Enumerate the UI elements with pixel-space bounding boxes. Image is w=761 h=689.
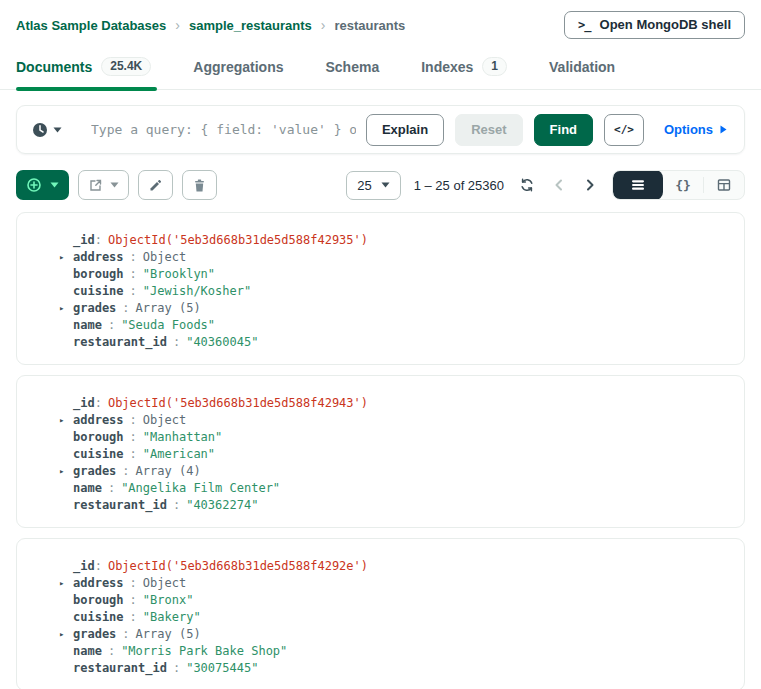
field-value: "Bakery": [143, 610, 201, 624]
delete-documents-button[interactable]: [182, 170, 217, 200]
document-field-row: ▸ grades : Array (5): [59, 299, 728, 316]
field-key: restaurant_id: [73, 661, 167, 675]
field-colon: :: [95, 396, 102, 410]
explain-button[interactable]: Explain: [366, 114, 444, 146]
page-size-select[interactable]: 25: [346, 171, 400, 200]
field-colon: :: [130, 413, 137, 427]
document-field-row: borough : "Bronx": [59, 591, 728, 608]
expand-arrow-icon[interactable]: ▸: [59, 466, 73, 476]
top-bar: Atlas Sample Databases › sample_restaura…: [0, 0, 761, 40]
document-field-row: ▸ address : Object: [59, 574, 728, 591]
query-history-dropdown[interactable]: [32, 122, 62, 138]
field-colon: :: [173, 661, 180, 675]
expand-arrow-icon[interactable]: ▸: [59, 629, 73, 639]
expand-arrow-icon[interactable]: ▸: [59, 415, 73, 425]
tab-validation[interactable]: Validation: [549, 48, 615, 89]
expand-arrow-icon[interactable]: ▸: [59, 303, 73, 313]
field-value: Array (5): [136, 627, 201, 641]
shell-button-label: Open MongoDB shell: [600, 17, 731, 32]
pagination-range: 1 – 25 of 25360: [414, 178, 504, 193]
document-card[interactable]: _id : ObjectId('5eb3d668b31de5d588f42935…: [16, 212, 745, 365]
caret-down-icon: [53, 127, 62, 133]
breadcrumb-database-group[interactable]: Atlas Sample Databases: [16, 18, 166, 33]
query-actions: Explain Reset Find </> Options: [366, 114, 733, 146]
table-view-button[interactable]: [704, 170, 744, 200]
trash-icon: [192, 178, 207, 193]
field-key: grades: [73, 301, 116, 315]
tab-aggregations[interactable]: Aggregations: [193, 48, 283, 89]
caret-right-icon: [720, 125, 727, 134]
code-view-toggle-button[interactable]: </>: [604, 114, 644, 146]
document-field-row: _id : ObjectId('5eb3d668b31de5d588f42935…: [59, 231, 728, 248]
document-field-row: cuisine : "Bakery": [59, 608, 728, 625]
field-value: "40360045": [186, 335, 258, 349]
field-key: name: [73, 481, 102, 495]
document-field-row: cuisine : "American": [59, 445, 728, 462]
field-value: "Seuda Foods": [121, 318, 215, 332]
field-colon: :: [95, 559, 102, 573]
breadcrumb: Atlas Sample Databases › sample_restaura…: [16, 17, 405, 33]
field-colon: :: [173, 498, 180, 512]
field-colon: :: [130, 284, 137, 298]
field-key: cuisine: [73, 610, 124, 624]
find-button[interactable]: Find: [534, 114, 593, 146]
add-data-button[interactable]: [16, 170, 69, 200]
caret-down-icon: [50, 182, 59, 188]
list-view-button[interactable]: [613, 170, 663, 200]
breadcrumb-database[interactable]: sample_restaurants: [189, 18, 312, 33]
json-view-button[interactable]: {}: [663, 170, 703, 200]
query-input[interactable]: Type a query: { field: 'value' } or Gene: [91, 122, 356, 137]
previous-page-button[interactable]: [550, 176, 568, 194]
options-toggle[interactable]: Options: [664, 122, 727, 137]
tab-label: Indexes: [421, 59, 473, 75]
field-key: grades: [73, 464, 116, 478]
chevron-left-icon: [552, 178, 566, 192]
tab-documents[interactable]: Documents 25.4K: [16, 48, 151, 89]
field-value: ObjectId('5eb3d668b31de5d588f42935'): [108, 233, 368, 247]
options-label: Options: [664, 122, 713, 137]
update-documents-button[interactable]: [138, 170, 173, 200]
document-field-row: name : "Angelika Film Center": [59, 479, 728, 496]
export-icon: [88, 178, 103, 193]
tab-schema[interactable]: Schema: [326, 48, 380, 89]
chevron-right-icon: ›: [321, 17, 326, 33]
table-view-icon: [716, 177, 732, 193]
field-value: "Bronx": [143, 593, 194, 607]
document-field-row: ▸ address : Object: [59, 248, 728, 265]
field-colon: :: [130, 430, 137, 444]
field-value: "American": [143, 447, 215, 461]
field-colon: :: [122, 301, 129, 315]
field-key: address: [73, 576, 124, 590]
document-list: _id : ObjectId('5eb3d668b31de5d588f42935…: [0, 212, 761, 689]
document-card[interactable]: _id : ObjectId('5eb3d668b31de5d588f4292e…: [16, 538, 745, 689]
field-colon: :: [130, 610, 137, 624]
field-value: Array (4): [136, 464, 201, 478]
field-colon: :: [108, 644, 115, 658]
document-card[interactable]: _id : ObjectId('5eb3d668b31de5d588f42943…: [16, 375, 745, 528]
field-colon: :: [95, 233, 102, 247]
document-field-row: ▸ grades : Array (5): [59, 625, 728, 642]
field-value: "Morris Park Bake Shop": [121, 644, 287, 658]
document-field-row: restaurant_id : "40362274": [59, 496, 728, 513]
field-key: grades: [73, 627, 116, 641]
field-key: _id: [73, 559, 95, 573]
field-colon: :: [173, 335, 180, 349]
expand-arrow-icon[interactable]: ▸: [59, 578, 73, 588]
document-field-row: ▸ address : Object: [59, 411, 728, 428]
field-colon: :: [130, 576, 137, 590]
field-value: ObjectId('5eb3d668b31de5d588f42943'): [108, 396, 368, 410]
plus-circle-icon: [26, 177, 42, 193]
field-key: _id: [73, 396, 95, 410]
refresh-button[interactable]: [517, 175, 537, 195]
next-page-button[interactable]: [581, 176, 599, 194]
field-key: name: [73, 318, 102, 332]
expand-arrow-icon[interactable]: ▸: [59, 252, 73, 262]
field-value: Object: [143, 413, 186, 427]
field-key: restaurant_id: [73, 335, 167, 349]
open-mongodb-shell-button[interactable]: >_ Open MongoDB shell: [564, 11, 745, 39]
tab-indexes[interactable]: Indexes 1: [421, 48, 507, 89]
reset-button[interactable]: Reset: [455, 114, 522, 146]
terminal-icon: >_: [578, 18, 590, 32]
export-data-button[interactable]: [78, 170, 129, 200]
tab-label: Schema: [326, 59, 380, 75]
